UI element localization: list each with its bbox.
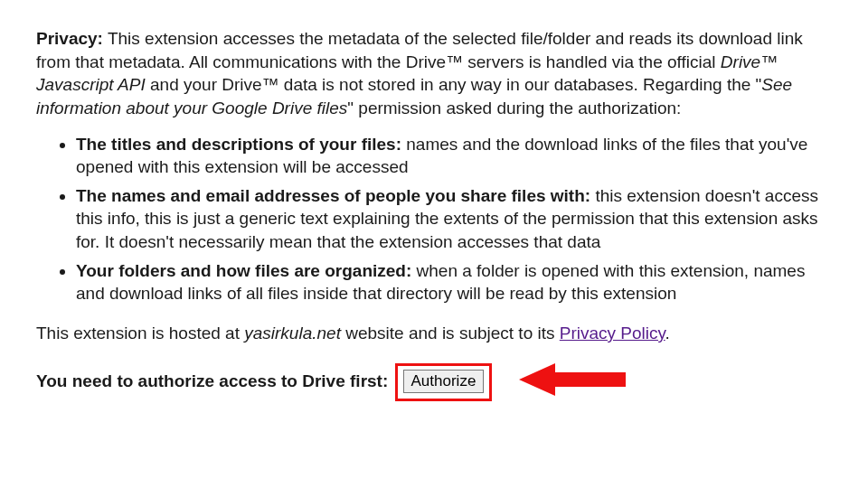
privacy-policy-link[interactable]: Privacy Policy bbox=[560, 324, 665, 343]
hosted-site: yasirkula.net bbox=[244, 324, 341, 343]
authorize-highlight-box: Authorize bbox=[395, 363, 493, 401]
hosted-before: This extension is hosted at bbox=[36, 324, 244, 343]
list-item: The names and email addresses of people … bbox=[76, 184, 832, 254]
privacy-text-2: and your Drive™ data is not stored in an… bbox=[146, 75, 762, 94]
privacy-paragraph: Privacy: This extension accesses the met… bbox=[36, 27, 832, 120]
svg-marker-0 bbox=[519, 363, 626, 396]
bullet-bold: The names and email addresses of people … bbox=[76, 186, 590, 205]
hosted-paragraph: This extension is hosted at yasirkula.ne… bbox=[36, 322, 832, 345]
list-item: Your folders and how files are organized… bbox=[76, 259, 832, 305]
hosted-after: . bbox=[665, 324, 670, 343]
bullet-bold: The titles and descriptions of your file… bbox=[76, 135, 401, 154]
arrow-left-icon bbox=[519, 361, 627, 404]
authorize-row: You need to authorize access to Drive fi… bbox=[36, 361, 832, 404]
hosted-mid: website and is subject to its bbox=[341, 324, 560, 343]
bullet-bold: Your folders and how files are organized… bbox=[76, 261, 411, 280]
authorize-button[interactable]: Authorize bbox=[403, 370, 485, 393]
privacy-bullet-list: The titles and descriptions of your file… bbox=[36, 133, 832, 305]
privacy-text-3: " permission asked during the authorizat… bbox=[347, 99, 681, 117]
privacy-text-1: This extension accesses the metadata of … bbox=[36, 29, 803, 71]
privacy-label: Privacy: bbox=[36, 29, 103, 48]
authorize-prompt: You need to authorize access to Drive fi… bbox=[36, 371, 388, 390]
list-item: The titles and descriptions of your file… bbox=[76, 133, 832, 179]
